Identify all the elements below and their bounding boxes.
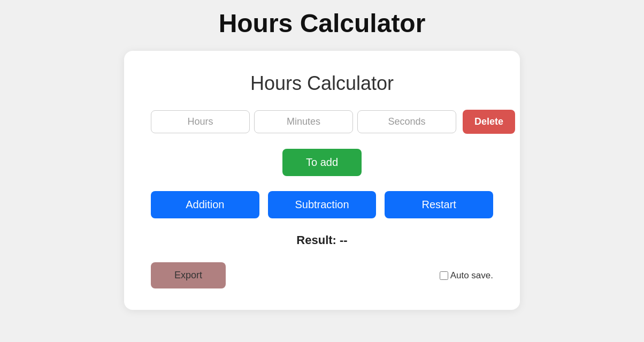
delete-button[interactable]: Delete — [463, 110, 515, 134]
auto-save-checkbox[interactable] — [440, 271, 448, 280]
hours-input[interactable] — [151, 110, 250, 133]
result-display: Result: -- — [296, 233, 347, 247]
card-title: Hours Calculator — [250, 72, 394, 95]
to-add-button[interactable]: To add — [282, 149, 362, 176]
calculator-card: Hours Calculator Delete To add Addition … — [124, 51, 520, 310]
auto-save-text: Auto save. — [450, 270, 493, 281]
restart-button[interactable]: Restart — [385, 191, 493, 218]
auto-save-label[interactable]: Auto save. — [440, 270, 493, 281]
minutes-input[interactable] — [254, 110, 353, 133]
addition-button[interactable]: Addition — [151, 191, 259, 218]
subtraction-button[interactable]: Subtraction — [268, 191, 377, 218]
input-row: Delete — [151, 110, 493, 134]
page-title: Hours Calculator — [219, 0, 426, 51]
bottom-row: Export Auto save. — [151, 262, 493, 288]
seconds-input[interactable] — [357, 110, 456, 133]
action-row: Addition Subtraction Restart — [151, 191, 493, 218]
export-button[interactable]: Export — [151, 262, 226, 288]
